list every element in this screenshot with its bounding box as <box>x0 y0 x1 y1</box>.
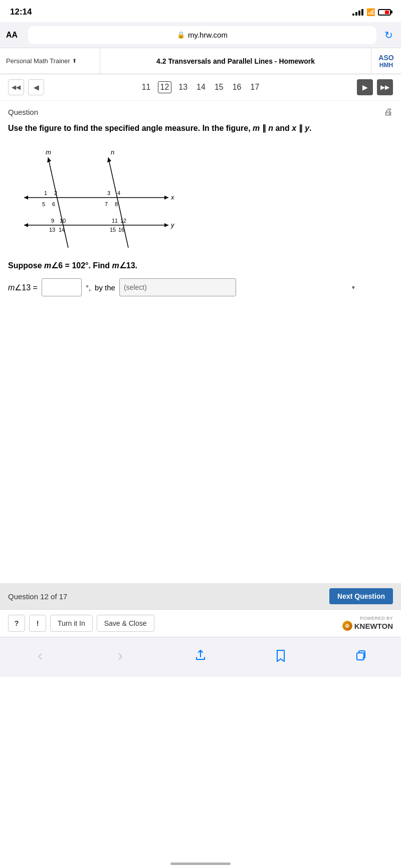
svg-text:15: 15 <box>110 227 116 233</box>
svg-text:5: 5 <box>42 201 45 207</box>
question-mark-button[interactable]: ? <box>8 615 25 632</box>
page-16[interactable]: 16 <box>231 82 244 93</box>
svg-text:4: 4 <box>117 190 120 196</box>
nav-next-button[interactable]: ▶ <box>357 79 373 95</box>
signal-bars-icon <box>352 9 363 16</box>
svg-text:y: y <box>170 221 175 229</box>
next-question-button[interactable]: Next Question <box>329 588 393 604</box>
question-label: Question <box>8 108 38 116</box>
page-13[interactable]: 13 <box>176 82 189 93</box>
hmh-text: HMH <box>379 62 393 69</box>
page-12[interactable]: 12 <box>158 81 172 93</box>
knewton-text: ⚙ KNEWTON <box>342 621 393 631</box>
nav-last-button[interactable]: ▶▶ <box>377 79 393 95</box>
answer-label: m∠13 = <box>8 283 38 292</box>
svg-text:6: 6 <box>52 201 55 207</box>
degree-symbol: °, <box>86 283 91 292</box>
svg-marker-6 <box>164 223 168 227</box>
status-icons: 📶 <box>352 8 391 16</box>
question-label-row: Question 🖨 <box>8 107 393 117</box>
browser-bar: AA 🔒 my.hrw.com ↻ <box>0 22 401 48</box>
refresh-button[interactable]: ↻ <box>382 27 395 43</box>
nav-first-button[interactable]: ◀◀ <box>8 79 24 95</box>
page-15[interactable]: 15 <box>213 82 226 93</box>
page-numbers: 11 12 13 14 15 16 17 <box>48 81 353 93</box>
question-navigation: ◀◀ ◀ 11 12 13 14 15 16 17 ▶ ▶▶ <box>0 74 401 101</box>
ios-tabs-button[interactable] <box>348 645 373 665</box>
turn-in-button[interactable]: Turn it In <box>50 615 93 632</box>
url-text: my.hrw.com <box>188 31 228 39</box>
page-17[interactable]: 17 <box>248 82 261 93</box>
svg-text:1: 1 <box>44 190 47 196</box>
svg-text:14: 14 <box>59 227 65 233</box>
ios-share-button[interactable] <box>188 645 213 665</box>
knewton-label: KNEWTON <box>354 622 393 630</box>
white-space <box>0 312 401 563</box>
svg-text:11: 11 <box>112 218 118 224</box>
knewton-logo-icon: ⚙ <box>342 621 352 631</box>
question-text: Use the figure to find the specified ang… <box>8 122 393 134</box>
lock-icon: 🔒 <box>177 31 185 39</box>
wifi-icon: 📶 <box>366 8 375 16</box>
save-close-button[interactable]: Save & Close <box>97 615 154 632</box>
svg-text:13: 13 <box>49 227 55 233</box>
svg-line-13 <box>108 157 128 248</box>
aso-text: ASO <box>378 54 393 62</box>
home-indicator <box>170 862 231 865</box>
theorem-select[interactable]: (select) Corresponding Angles Theorem Al… <box>119 278 236 296</box>
app-header: Personal Math Trainer ⬆ 4.2 Transversals… <box>0 48 401 74</box>
svg-text:7: 7 <box>105 201 108 207</box>
svg-marker-3 <box>24 196 28 200</box>
svg-marker-14 <box>107 157 111 162</box>
svg-marker-11 <box>47 157 51 162</box>
status-bar: 12:14 📶 <box>0 0 401 22</box>
svg-text:9: 9 <box>51 218 54 224</box>
svg-text:n: n <box>111 148 114 156</box>
geometry-figure: x y m n 1 2 5 6 3 <box>13 142 183 253</box>
question-counter: Question 12 of 17 <box>8 592 67 601</box>
ios-bookmarks-button[interactable] <box>268 645 293 665</box>
question-section: Question 🖨 Use the figure to find the sp… <box>0 101 401 312</box>
by-the-label: by the <box>95 283 115 292</box>
answer-input[interactable] <box>42 278 82 296</box>
page-11[interactable]: 11 <box>140 82 153 93</box>
svg-text:8: 8 <box>115 201 118 207</box>
answer-row: m∠13 = °, by the (select) Corresponding … <box>8 278 393 296</box>
svg-text:x: x <box>170 194 174 201</box>
personal-math-trainer-tab[interactable]: Personal Math Trainer ⬆ <box>0 48 100 74</box>
ios-back-button[interactable]: ‹ <box>28 645 53 665</box>
exclamation-button[interactable]: ! <box>29 615 46 632</box>
svg-text:m: m <box>46 148 51 156</box>
page-14[interactable]: 14 <box>194 82 208 93</box>
battery-icon <box>378 9 391 16</box>
ios-forward-button[interactable]: › <box>108 645 133 665</box>
svg-text:16: 16 <box>118 227 124 233</box>
svg-text:3: 3 <box>107 190 110 196</box>
knewton-badge: POWERED BY ⚙ KNEWTON <box>342 616 393 631</box>
svg-text:10: 10 <box>60 218 66 224</box>
svg-marker-8 <box>24 223 28 227</box>
svg-text:2: 2 <box>54 190 57 196</box>
personal-math-trainer-label: Personal Math Trainer <box>6 57 70 65</box>
powered-by-label: POWERED BY <box>360 616 393 621</box>
browser-aa-button[interactable]: AA <box>6 31 22 40</box>
svg-rect-32 <box>357 653 364 660</box>
suppose-text: Suppose m∠6 = 102°. Find m∠13. <box>8 261 393 270</box>
ios-bottom-bar: ‹ › <box>0 637 401 677</box>
homework-title: 4.2 Transversals and Parallel Lines - Ho… <box>100 57 371 65</box>
svg-marker-1 <box>164 196 168 200</box>
action-bar: ? ! Turn it In Save & Close POWERED BY ⚙… <box>0 609 401 637</box>
svg-line-10 <box>48 157 68 248</box>
select-wrapper: (select) Corresponding Angles Theorem Al… <box>119 278 360 296</box>
svg-text:12: 12 <box>120 218 126 224</box>
share-icon: ⬆ <box>72 58 77 64</box>
print-icon[interactable]: 🖨 <box>384 107 393 117</box>
bottom-question-bar: Question 12 of 17 Next Question <box>0 583 401 609</box>
aso-hmh-badge: ASO HMH <box>371 48 401 74</box>
nav-prev-button[interactable]: ◀ <box>28 79 44 95</box>
status-time: 12:14 <box>10 7 32 17</box>
url-bar[interactable]: 🔒 my.hrw.com <box>28 26 376 44</box>
figure-container: x y m n 1 2 5 6 3 <box>13 142 393 253</box>
